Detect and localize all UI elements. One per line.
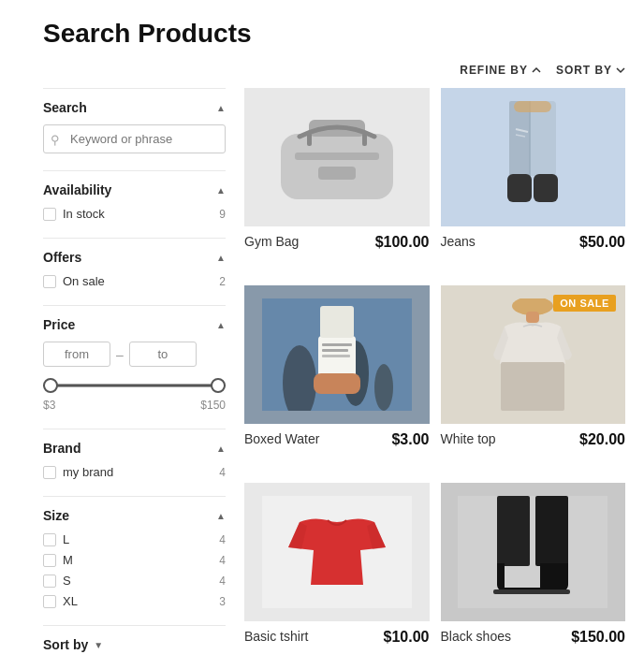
search-input-wrap: ⚲	[43, 124, 226, 153]
slider-fill	[43, 385, 226, 387]
size-S-text: S	[63, 574, 71, 588]
search-input[interactable]	[43, 124, 226, 153]
price-slider[interactable]	[43, 376, 226, 395]
svg-rect-20	[322, 343, 352, 346]
size-S-label[interactable]: S	[43, 574, 71, 588]
on-sale-badge: ON SALE	[553, 295, 616, 312]
svg-rect-13	[514, 101, 551, 112]
availability-item-instock: In stock 9	[43, 207, 226, 221]
availability-header[interactable]: Availability ▲	[43, 182, 226, 197]
size-item-L: L 4	[43, 532, 226, 546]
search-section: Search ▲ ⚲	[43, 88, 226, 153]
slider-thumb-left[interactable]	[43, 378, 58, 393]
product-image-basic-tshirt	[244, 483, 430, 621]
availability-instock-label[interactable]: In stock	[43, 207, 105, 221]
price-range-inputs: –	[43, 342, 226, 367]
offers-item-onsale: On sale 2	[43, 274, 226, 288]
size-XL-count: 3	[219, 595, 226, 608]
page-title: Search Products	[43, 19, 625, 49]
size-M-count: 4	[219, 554, 226, 567]
sort-by-top-button[interactable]: SORT BY	[556, 64, 625, 77]
price-header[interactable]: Price ▲	[43, 317, 226, 332]
svg-rect-26	[526, 312, 539, 323]
basic-tshirt-svg	[262, 496, 412, 608]
products-grid: Gym Bag $100.00	[244, 88, 625, 669]
size-S-count: 4	[219, 574, 226, 588]
page-container: Search Products REFINE BY SORT BY Search…	[0, 0, 644, 669]
size-header[interactable]: Size ▲	[43, 508, 226, 523]
svg-rect-33	[529, 589, 570, 594]
size-L-label[interactable]: L	[43, 532, 69, 546]
product-card-gym-bag[interactable]: Gym Bag $100.00	[244, 88, 430, 274]
svg-rect-4	[295, 153, 379, 160]
product-card-boxed-water[interactable]: Boxed Water $3.00	[244, 285, 430, 472]
offers-section: Offers ▲ On sale 2	[43, 238, 226, 288]
size-M-label[interactable]: M	[43, 553, 73, 567]
product-price-basic-tshirt: $10.00	[384, 629, 430, 646]
product-image-placeholder-boxed-water	[244, 285, 430, 424]
refine-by-button[interactable]: REFINE BY	[460, 64, 541, 77]
svg-rect-19	[320, 306, 354, 338]
chevron-up-icon	[532, 65, 541, 75]
size-L-checkbox[interactable]	[43, 533, 56, 546]
offers-onsale-label[interactable]: On sale	[43, 274, 105, 288]
product-price-black-shoes: $150.00	[571, 629, 625, 646]
svg-rect-23	[314, 373, 360, 394]
product-image-jeans	[441, 88, 626, 226]
size-S-checkbox[interactable]	[43, 574, 56, 588]
search-header[interactable]: Search ▲	[43, 100, 226, 115]
product-image-black-shoes	[441, 483, 626, 621]
price-to-input[interactable]	[129, 342, 197, 367]
size-XL-label[interactable]: XL	[43, 594, 78, 608]
svg-point-17	[374, 364, 393, 411]
price-labels: $3 $150	[43, 399, 226, 412]
search-label: Search	[43, 100, 87, 115]
gym-bag-svg	[262, 101, 412, 213]
sortby-label: Sort by	[43, 637, 88, 652]
price-min-label: $3	[43, 399, 55, 412]
product-name-white-top: White top	[441, 431, 496, 446]
sidebar: Search ▲ ⚲ Availability ▲ In stock	[43, 88, 226, 669]
sortby-section: Sort by ▼	[43, 625, 226, 652]
product-image-boxed-water	[244, 285, 430, 424]
brand-mybrand-checkbox[interactable]	[43, 466, 56, 479]
product-image-white-top: ON SALE	[441, 285, 626, 424]
product-name-boxed-water: Boxed Water	[244, 431, 319, 446]
size-M-checkbox[interactable]	[43, 554, 56, 567]
product-price-gym-bag: $100.00	[375, 234, 430, 251]
search-icon: ⚲	[51, 132, 60, 146]
sort-by-top-label: SORT BY	[556, 64, 612, 77]
size-XL-checkbox[interactable]	[43, 595, 56, 608]
size-section: Size ▲ L 4 M 4	[43, 496, 226, 608]
price-dash: –	[116, 347, 124, 362]
sortby-chevron-icon: ▼	[94, 640, 103, 650]
slider-thumb-right[interactable]	[211, 378, 226, 393]
product-card-black-shoes[interactable]: Black shoes $150.00	[441, 483, 626, 669]
offers-header[interactable]: Offers ▲	[43, 250, 226, 265]
svg-rect-21	[322, 349, 348, 352]
product-card-basic-tshirt[interactable]: Basic tshirt $10.00	[244, 483, 430, 669]
product-name-basic-tshirt: Basic tshirt	[244, 629, 308, 644]
size-L-count: 4	[219, 533, 226, 546]
brand-item-mybrand: my brand 4	[43, 465, 226, 479]
product-info-basic-tshirt: Basic tshirt $10.00	[244, 629, 430, 646]
svg-rect-22	[322, 355, 350, 357]
product-image-placeholder-black-shoes	[441, 483, 626, 621]
product-card-white-top[interactable]: ON SALE White top $20.00	[441, 285, 626, 472]
price-from-input[interactable]	[43, 342, 110, 367]
black-shoes-svg	[458, 496, 607, 608]
brand-chevron-icon: ▲	[216, 444, 226, 454]
offers-onsale-checkbox[interactable]	[43, 275, 56, 288]
product-info-black-shoes: Black shoes $150.00	[441, 629, 626, 646]
brand-header[interactable]: Brand ▲	[43, 441, 226, 456]
size-XL-text: XL	[63, 594, 78, 608]
offers-label: Offers	[43, 250, 81, 265]
product-card-jeans[interactable]: Jeans $50.00	[441, 88, 626, 274]
brand-mybrand-label[interactable]: my brand	[43, 465, 113, 479]
price-label: Price	[43, 317, 75, 332]
svg-rect-30	[497, 496, 530, 566]
sortby-header[interactable]: Sort by ▼	[43, 637, 226, 652]
svg-rect-5	[318, 167, 356, 180]
main-layout: Search ▲ ⚲ Availability ▲ In stock	[43, 88, 625, 669]
availability-instock-checkbox[interactable]	[43, 208, 56, 221]
